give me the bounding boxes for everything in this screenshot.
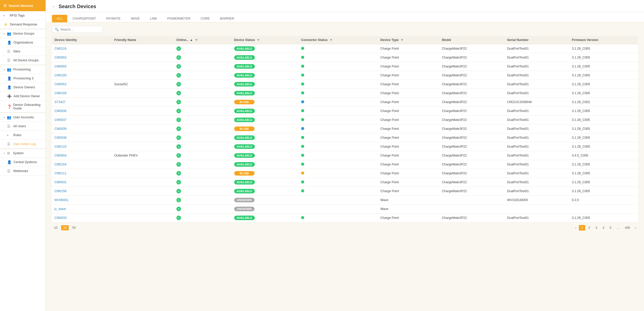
cell-serial-number: DualPortTest01	[505, 107, 569, 116]
cell-serial-number: DualPortTest01	[505, 80, 569, 89]
page-3[interactable]: 3	[593, 225, 599, 231]
status-badge: AVAILABLE	[234, 64, 255, 69]
cell-identity: CM0039	[52, 124, 112, 133]
page-490[interactable]: 490	[622, 225, 632, 231]
status-badge: IN USE	[234, 100, 255, 104]
cell-firmware-version	[569, 205, 638, 214]
tab-core[interactable]: CORE	[196, 15, 215, 22]
page-5[interactable]: 5	[607, 225, 614, 231]
cell-firmware-version: 3.1.28_C005	[569, 178, 638, 187]
table-row[interactable]: CM0033↻AVAILABLECharge PointChargeMate3P…	[52, 214, 638, 222]
online-dot: ↻	[176, 109, 181, 113]
col-device-type[interactable]: Device Type ▼	[378, 36, 439, 44]
table-row[interactable]: CM0052Sunset52↻AVAILABLECharge PointChar…	[52, 80, 638, 89]
cell-model	[439, 205, 505, 214]
sidebar-item-rfid-tags[interactable]: ▪ RFID Tags	[0, 11, 46, 20]
page-size-20[interactable]: 20	[61, 225, 69, 230]
sidebar-item-roles[interactable]: ▪ Roles	[0, 131, 46, 140]
cell-model: ChargeMate3P22	[439, 116, 505, 124]
cell-serial-number: DualPortTest01	[505, 71, 569, 80]
tab-all[interactable]: ALL	[52, 15, 67, 22]
sidebar-item-webhooks[interactable]: ☰ Webhooks	[0, 167, 46, 176]
sidebar-item-user-accounts[interactable]: ▾ 👥 User Accounts	[0, 113, 46, 122]
table-row[interactable]: ST3427↻IN USECharge PointChargeMate3P22C…	[52, 98, 638, 107]
sidebar-item-organisations[interactable]: 👤 Organisations	[0, 38, 46, 47]
sites-icon: ☰	[7, 49, 11, 53]
search-input[interactable]	[60, 28, 100, 31]
sidebar-item-demand-response[interactable]: ⚡ Demand Response	[0, 20, 46, 29]
sidebar-item-central-systems[interactable]: 👤 Central Systems	[0, 158, 46, 167]
table-row[interactable]: jc_wave↻UNKNOWNWave	[52, 205, 638, 214]
cell-connector-status	[299, 98, 378, 107]
table-row[interactable]: CM0100↻AVAILABLECharge PointChargeMate3P…	[52, 71, 638, 80]
cell-serial-number: DualPortTest01	[505, 187, 569, 196]
sidebar-item-all-users[interactable]: ☰ All Users	[0, 122, 46, 131]
cell-friendly-name	[112, 160, 174, 169]
sidebar-header[interactable]: ☰ Search Devices	[0, 0, 46, 11]
cell-online-status: ↻	[174, 205, 232, 214]
tab-paymate[interactable]: PAYMATE	[101, 15, 125, 22]
tab-barrier[interactable]: BARRIER	[215, 15, 239, 22]
sidebar-item-sites[interactable]: ☰ Sites	[0, 47, 46, 56]
table-row[interactable]: CM0110↻AVAILABLECharge PointChargeMate3P…	[52, 142, 638, 151]
page-4[interactable]: 4	[600, 225, 607, 231]
prev-page-button[interactable]: ‹	[573, 225, 578, 231]
sidebar-label: Organisations	[13, 41, 33, 44]
table-row[interactable]: WV00001↻UNKNOWNWaveWV1020J00050.2.0	[52, 196, 638, 205]
table-row[interactable]: CM0053↻AVAILABLECharge PointChargeMate3P…	[52, 53, 638, 62]
table-row[interactable]: CM0031↻AVAILABLECharge PointChargeMate3P…	[52, 178, 638, 187]
table-row[interactable]: CM0037↻AVAILABLECharge PointChargeMate3P…	[52, 116, 638, 124]
table-row[interactable]: CM0156↻AVAILABLECharge PointChargeMate3P…	[52, 187, 638, 196]
col-online-status[interactable]: Online... ▲ ▼	[174, 36, 232, 44]
tab-link[interactable]: LINK	[145, 15, 162, 22]
page-numbers: ‹ 1 2 3 4 5 ... 490 ›	[573, 225, 638, 231]
cell-serial-number: DualPortTest01	[505, 124, 569, 133]
sidebar-item-system[interactable]: ▾ ⚙ System	[0, 149, 46, 158]
connector-dot	[301, 118, 304, 121]
sidebar-item-device-owners[interactable]: 👤 Device Owners	[0, 83, 46, 92]
cell-online-status: ↻	[174, 187, 232, 196]
table-row[interactable]: CM0116↻AVAILABLECharge PointChargeMate3P…	[52, 44, 638, 53]
sidebar-item-device-onboarding[interactable]: ❓ Device Onboarding Guide	[0, 101, 46, 113]
cell-connector-status	[299, 196, 378, 205]
cell-model: ChargeMate3P22	[439, 62, 505, 71]
table-row[interactable]: CM0055↻AVAILABLECharge PointChargeMate3P…	[52, 62, 638, 71]
page-size-50[interactable]: 50	[70, 225, 78, 230]
cell-firmware-version: 3.1.28_C005	[569, 80, 638, 89]
page-ellipsis: ...	[614, 225, 622, 231]
page-size-10[interactable]: 10	[52, 225, 60, 230]
sidebar-item-provisioning-3[interactable]: 👤 Provisioning 3	[0, 74, 46, 83]
search-input-wrap[interactable]: 🔍	[52, 26, 103, 33]
sidebar-item-add-device-owner[interactable]: ➕ Add Device Owner	[0, 92, 46, 101]
page-1[interactable]: 1	[579, 225, 585, 231]
col-device-status[interactable]: Device Status ▼	[232, 36, 299, 44]
cell-model: ChargeMate3P22	[439, 133, 505, 142]
page-2[interactable]: 2	[586, 225, 592, 231]
tab-powermeter[interactable]: POWERMETER	[162, 15, 195, 22]
tab-wave[interactable]: WAVE	[126, 15, 145, 22]
connector-dot	[301, 74, 304, 77]
next-page-button[interactable]: ›	[633, 225, 638, 231]
sidebar-item-device-groups[interactable]: ▾ 👥 Device Groups	[0, 29, 46, 38]
cell-online-status: ↻	[174, 214, 232, 222]
table-row[interactable]: CM0039↻IN USECharge PointChargeMate3P22D…	[52, 124, 638, 133]
table-row[interactable]: CM0111↻IN USECharge PointChargeMate3P22D…	[52, 169, 638, 178]
table-row[interactable]: CM0038↻AVAILABLECharge PointChargeMate3P…	[52, 133, 638, 142]
back-button[interactable]: ←	[52, 4, 56, 9]
tab-chargepoint[interactable]: CHARGEPOINT	[68, 15, 101, 22]
connector-dot	[301, 65, 304, 68]
sidebar-item-provisioning[interactable]: ▾ 👥 Provisioning	[0, 65, 46, 74]
cell-connector-status	[299, 151, 378, 160]
table-row[interactable]: CM0159↻AVAILABLECharge PointChargeMate3P…	[52, 89, 638, 98]
cell-identity: CM0116	[52, 44, 112, 53]
table-row[interactable]: CM0036↻AVAILABLECharge PointChargeMate3P…	[52, 107, 638, 116]
sidebar-item-all-device-groups[interactable]: ☰ All Device Groups	[0, 56, 46, 65]
col-friendly-name: Friendly Name	[112, 36, 174, 44]
table-row[interactable]: CM0004Outlander PHEV↻AVAILABLECharge Poi…	[52, 151, 638, 160]
connector-dot	[301, 82, 304, 86]
cell-serial-number: DualPortTest01	[505, 116, 569, 124]
cell-device-type: Charge Point	[378, 160, 439, 169]
col-connector-status[interactable]: Connector Status ▼	[299, 36, 378, 44]
table-row[interactable]: CM0154↻AVAILABLECharge PointChargeMate3P…	[52, 160, 638, 169]
sidebar-item-user-action-log[interactable]: ☰ User Action Log	[0, 140, 46, 149]
